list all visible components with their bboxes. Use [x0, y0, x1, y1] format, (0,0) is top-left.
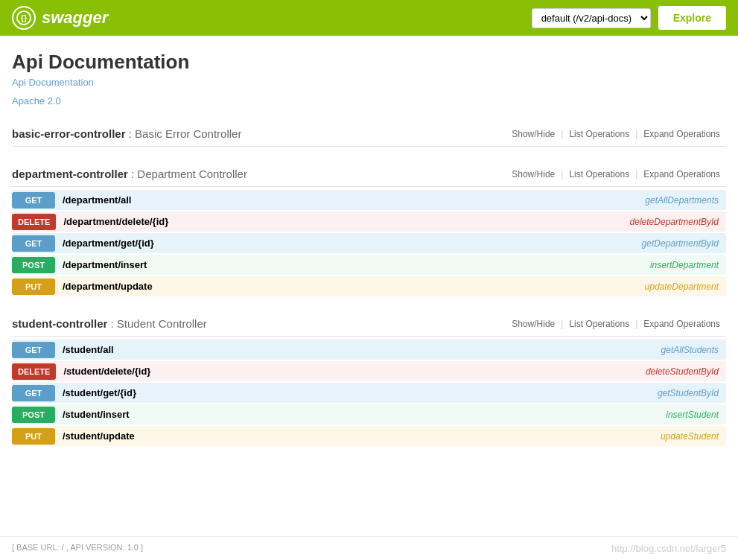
swagger-logo-text: swagger	[42, 8, 108, 28]
show-hide-link-department-controller[interactable]: Show/Hide	[506, 169, 561, 179]
endpoint-operation-name: getAllDepartments	[637, 191, 726, 210]
main-content: Api Documentation Api Documentation Apac…	[0, 36, 738, 491]
list-operations-link-student-controller[interactable]: List Operations	[563, 319, 635, 329]
endpoint-operation-name: updateStudent	[653, 427, 726, 446]
controller-header-department-controller: department-controller : Department Contr…	[12, 162, 726, 187]
endpoint-path[interactable]: /student/insert	[55, 404, 658, 424]
endpoint-row: DELETE/student/delete/{id}deleteStudentB…	[12, 361, 726, 381]
endpoint-path[interactable]: /department/update	[55, 276, 637, 296]
controller-actions-basic-error-controller: Show/Hide | List Operations | Expand Ope…	[506, 129, 726, 139]
expand-operations-link-department-controller[interactable]: Expand Operations	[637, 169, 726, 179]
endpoint-row: POST/department/insertinsertDepartment	[12, 255, 726, 275]
endpoint-row: PUT/department/updateupdateDepartment	[12, 276, 726, 296]
endpoint-operation-name: deleteDepartmentById	[623, 212, 726, 232]
explore-button[interactable]: Explore	[658, 6, 726, 30]
list-operations-link-department-controller[interactable]: List Operations	[563, 169, 635, 179]
controller-header-basic-error-controller: basic-error-controller : Basic Error Con…	[12, 121, 726, 147]
controller-title-student-controller: student-controller : Student Controller	[12, 317, 207, 330]
endpoint-path[interactable]: /student/get/{id}	[55, 383, 650, 403]
swagger-icon: {}	[12, 6, 36, 30]
endpoint-path[interactable]: /student/delete/{id}	[56, 361, 638, 381]
controller-header-student-controller: student-controller : Student Controller …	[12, 311, 726, 337]
method-badge-post[interactable]: POST	[12, 407, 55, 423]
expand-operations-link-student-controller[interactable]: Expand Operations	[637, 319, 726, 329]
controller-actions-student-controller: Show/Hide | List Operations | Expand Ope…	[506, 319, 726, 329]
method-badge-delete[interactable]: DELETE	[12, 214, 56, 230]
method-badge-get[interactable]: GET	[12, 192, 55, 209]
endpoint-path[interactable]: /department/insert	[55, 255, 643, 275]
endpoint-row: DELETE/department/delete/{id}deleteDepar…	[12, 211, 726, 232]
show-hide-link-basic-error-controller[interactable]: Show/Hide	[506, 129, 561, 139]
controller-section-basic-error-controller: basic-error-controller : Basic Error Con…	[12, 121, 726, 147]
method-badge-put[interactable]: PUT	[12, 428, 55, 445]
method-badge-get[interactable]: GET	[12, 385, 55, 401]
method-badge-get[interactable]: GET	[12, 342, 55, 358]
controllers-container: basic-error-controller : Basic Error Con…	[12, 121, 726, 446]
method-badge-put[interactable]: PUT	[12, 279, 55, 295]
expand-operations-link-basic-error-controller[interactable]: Expand Operations	[637, 129, 726, 139]
endpoint-row: GET/student/get/{id}getStudentById	[12, 383, 726, 403]
endpoint-row: GET/department/allgetAllDepartments	[12, 190, 726, 210]
controller-section-department-controller: department-controller : Department Contr…	[12, 162, 726, 296]
endpoint-path[interactable]: /department/get/{id}	[55, 233, 634, 253]
show-hide-link-student-controller[interactable]: Show/Hide	[506, 319, 561, 329]
controller-section-student-controller: student-controller : Student Controller …	[12, 311, 726, 446]
endpoint-path[interactable]: /student/update	[55, 426, 653, 446]
endpoint-operation-name: getDepartmentById	[634, 234, 726, 253]
page-subtitle: Api Documentation	[12, 77, 726, 88]
endpoint-operation-name: insertStudent	[658, 405, 726, 424]
endpoint-operation-name: updateDepartment	[637, 277, 726, 296]
endpoint-path[interactable]: /student/all	[55, 340, 654, 360]
controller-title-basic-error-controller: basic-error-controller : Basic Error Con…	[12, 127, 241, 140]
header-controls: default (/v2/api-docs) Explore	[532, 6, 726, 30]
page-title: Api Documentation	[12, 51, 726, 74]
controller-title-department-controller: department-controller : Department Contr…	[12, 168, 247, 180]
endpoints-container-student-controller: GET/student/allgetAllStudentsDELETE/stud…	[12, 340, 726, 446]
endpoints-container-department-controller: GET/department/allgetAllDepartmentsDELET…	[12, 190, 726, 296]
endpoint-row: GET/student/allgetAllStudents	[12, 340, 726, 360]
list-operations-link-basic-error-controller[interactable]: List Operations	[563, 129, 635, 139]
endpoint-operation-name: getAllStudents	[654, 340, 726, 360]
header: {} swagger default (/v2/api-docs) Explor…	[0, 0, 738, 36]
endpoint-path[interactable]: /department/delete/{id}	[56, 211, 622, 232]
endpoint-row: GET/department/get/{id}getDepartmentById	[12, 233, 726, 253]
url-select[interactable]: default (/v2/api-docs)	[532, 8, 651, 28]
method-badge-get[interactable]: GET	[12, 235, 55, 252]
endpoint-operation-name: deleteStudentById	[638, 362, 726, 381]
endpoint-row: POST/student/insertinsertStudent	[12, 404, 726, 424]
method-badge-post[interactable]: POST	[12, 257, 55, 273]
license-link[interactable]: Apache 2.0	[12, 95, 726, 106]
endpoint-path[interactable]: /department/all	[55, 190, 637, 210]
method-badge-delete[interactable]: DELETE	[12, 363, 56, 380]
endpoint-operation-name: getStudentById	[650, 384, 726, 403]
endpoint-operation-name: insertDepartment	[643, 255, 726, 275]
endpoint-row: PUT/student/updateupdateStudent	[12, 426, 726, 446]
logo: {} swagger	[12, 6, 108, 30]
svg-text:{}: {}	[21, 13, 28, 22]
controller-actions-department-controller: Show/Hide | List Operations | Expand Ope…	[506, 169, 726, 179]
